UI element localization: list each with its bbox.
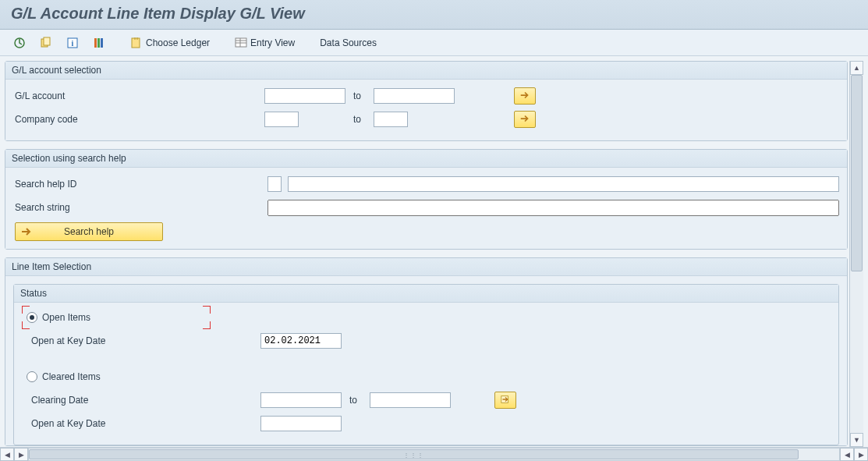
svg-rect-2	[44, 37, 50, 45]
gl-account-to-input[interactable]	[374, 88, 455, 104]
gl-account-label: G/L account	[15, 90, 264, 101]
open-key-date-input[interactable]	[260, 333, 342, 349]
line-item-selection-panel: Line Item Selection Status Open Items	[5, 257, 848, 446]
vertical-scrollbar[interactable]: ▲ ▼	[849, 61, 863, 447]
cleared-items-label: Cleared Items	[42, 371, 101, 382]
info-button[interactable]: i	[61, 34, 84, 51]
to-label-2: to	[350, 114, 374, 125]
scroll-left-button[interactable]: ◀	[0, 448, 14, 461]
search-help-id-desc[interactable]	[288, 176, 839, 192]
search-help-button[interactable]: Search help	[15, 222, 163, 241]
svg-rect-5	[94, 38, 97, 48]
to-label: to	[350, 90, 374, 101]
search-help-icon	[20, 225, 33, 238]
entry-view-label: Entry View	[250, 37, 295, 48]
cleared-open-key-date-label: Open at Key Date	[27, 418, 260, 429]
svg-rect-8	[132, 38, 140, 48]
clearing-date-to-input[interactable]	[370, 392, 451, 408]
data-sources-button[interactable]: Data Sources	[314, 34, 382, 51]
cleared-items-radio[interactable]	[27, 371, 37, 382]
open-items-label: Open Items	[42, 312, 90, 323]
clearing-date-label: Clearing Date	[27, 395, 260, 406]
search-help-title: Selection using search help	[5, 150, 847, 168]
scroll-up-button[interactable]: ▲	[850, 61, 863, 75]
search-help-id-input[interactable]	[267, 176, 282, 192]
entry-view-icon	[235, 37, 247, 49]
gl-account-selection-title: G/L account selection	[5, 62, 847, 80]
scroll-right-button[interactable]: ▶	[854, 448, 868, 461]
cleared-open-key-date-input[interactable]	[260, 416, 342, 431]
data-sources-label: Data Sources	[320, 37, 377, 48]
title-bar: G/L Account Line Item Display G/L View	[0, 0, 868, 30]
scroll-down-button[interactable]: ▼	[850, 433, 863, 447]
company-code-to-input[interactable]	[374, 112, 408, 127]
company-code-multiple-button[interactable]	[514, 111, 536, 128]
search-string-label: Search string	[15, 202, 264, 213]
open-key-date-label: Open at Key Date	[27, 335, 260, 346]
company-code-label: Company code	[15, 114, 264, 125]
choose-ledger-label: Choose Ledger	[146, 37, 210, 48]
status-panel: Status Open Items Open	[13, 284, 839, 445]
execute-button[interactable]	[8, 34, 31, 51]
list-icon	[93, 37, 105, 49]
gl-account-multiple-button[interactable]	[514, 87, 536, 105]
scroll-right2-button[interactable]: ◀	[840, 448, 854, 461]
search-string-input[interactable]	[267, 200, 839, 216]
svg-rect-7	[101, 38, 103, 48]
search-help-button-label: Search help	[64, 226, 114, 237]
clearing-date-multiple-button[interactable]	[494, 392, 516, 409]
to-label-3: to	[346, 395, 370, 406]
variant-icon	[40, 37, 52, 49]
page-title: G/L Account Line Item Display G/L View	[11, 5, 857, 23]
arrow-right-icon	[519, 113, 530, 126]
toolbar: i Choose Ledger Entry View Data Sources	[0, 30, 868, 56]
company-code-from-input[interactable]	[264, 112, 299, 127]
list-button[interactable]	[87, 34, 111, 51]
horizontal-scrollbar[interactable]: ◀ ▶ ⋮⋮⋮ ◀ ▶	[0, 447, 868, 461]
choose-ledger-button[interactable]: Choose Ledger	[125, 34, 215, 51]
clearing-date-from-input[interactable]	[260, 392, 342, 408]
scroll-left2-button[interactable]: ▶	[14, 448, 28, 461]
info-icon: i	[66, 37, 79, 49]
arrow-right-icon	[500, 394, 511, 406]
svg-rect-6	[97, 38, 100, 48]
entry-view-button[interactable]: Entry View	[229, 34, 300, 51]
line-item-selection-title: Line Item Selection	[5, 258, 847, 276]
arrow-right-icon	[519, 90, 530, 102]
search-help-id-label: Search help ID	[15, 179, 264, 190]
search-help-panel: Selection using search help Search help …	[5, 149, 848, 250]
svg-text:i: i	[72, 39, 74, 48]
gl-account-selection-panel: G/L account selection G/L account to	[5, 61, 848, 141]
status-title: Status	[14, 285, 838, 303]
variant-button[interactable]	[34, 34, 58, 51]
gl-account-from-input[interactable]	[264, 88, 345, 104]
ledger-icon	[130, 37, 143, 49]
execute-icon	[13, 37, 26, 49]
